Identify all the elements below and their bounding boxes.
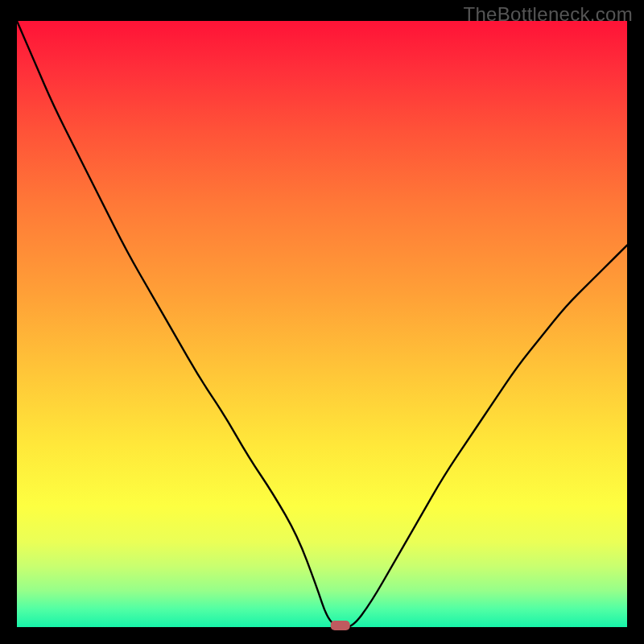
curve-layer xyxy=(17,21,627,627)
chart-frame: TheBottleneck.com xyxy=(0,0,644,644)
optimum-marker xyxy=(331,621,350,630)
plot-area xyxy=(17,21,627,627)
bottleneck-curve-path xyxy=(17,21,627,627)
